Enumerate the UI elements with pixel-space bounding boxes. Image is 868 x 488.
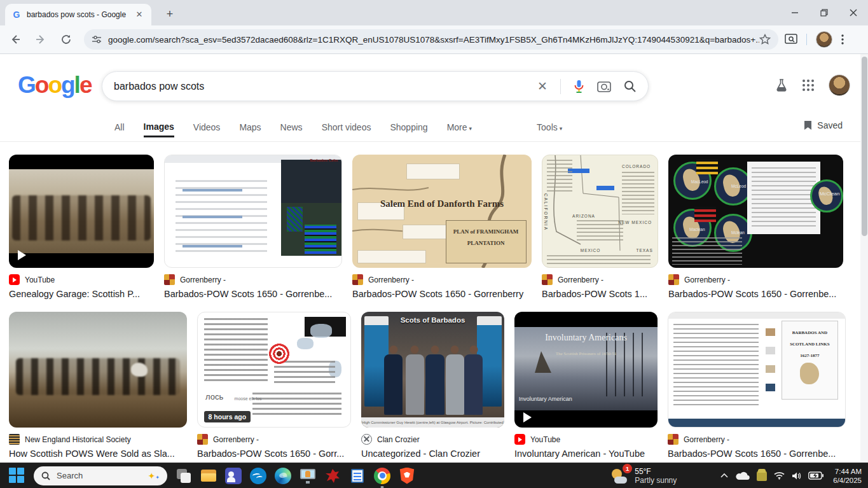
search-query[interactable]: barbados pow scots (114, 81, 537, 92)
result-source[interactable]: Gorrenberry - (197, 434, 351, 445)
windows-start-icon[interactable] (9, 468, 25, 484)
result-title[interactable]: Barbados-POW Scots 1650 - Gorrenberry (352, 289, 532, 299)
battery-icon[interactable] (808, 471, 823, 480)
scrollbar-thumb[interactable] (862, 57, 867, 236)
tab-shopping[interactable]: Shopping (390, 122, 427, 136)
forward-button[interactable] (31, 29, 51, 50)
google-lens-icon[interactable] (597, 80, 611, 93)
result-source[interactable]: Gorrenberry - (542, 274, 658, 285)
tab-tools[interactable]: Tools▾ (537, 122, 562, 136)
red-app-icon[interactable] (324, 468, 341, 484)
file-explorer-icon[interactable] (200, 468, 217, 484)
browser-tab[interactable]: G barbados pow scots - Google S ✕ (5, 4, 151, 25)
gorrenberry-favicon (668, 434, 679, 445)
side-panel-search-icon[interactable] (785, 34, 797, 45)
result-title[interactable]: Barbados-POW Scots 1650 - Gorrenbe... (164, 289, 342, 299)
window-minimize-button[interactable] (780, 0, 809, 25)
result-source[interactable]: New England Historical Society (9, 434, 187, 445)
youtube-favicon (9, 274, 20, 285)
tray-chevron-up-icon[interactable] (720, 473, 729, 478)
voice-search-icon[interactable] (574, 80, 584, 94)
search-submit-icon[interactable] (624, 80, 637, 93)
result-title[interactable]: Genealogy Garage: Scottish P... (9, 289, 154, 299)
result-source[interactable]: Gorrenberry - (668, 434, 846, 445)
new-tab-button[interactable]: + (162, 6, 178, 23)
window-restore-button[interactable] (809, 0, 839, 25)
video-play-icon (18, 250, 26, 260)
clear-search-icon[interactable]: ✕ (537, 79, 548, 94)
clock-date: 6/4/2025 (833, 476, 862, 485)
tab-maps[interactable]: Maps (239, 122, 261, 136)
search-box[interactable]: barbados pow scots ✕ (102, 71, 649, 101)
gorrenberry-favicon (668, 274, 679, 285)
tab-videos[interactable]: Videos (193, 122, 221, 136)
notepad-icon[interactable] (349, 468, 366, 484)
microsoft-edge-icon[interactable] (275, 468, 291, 484)
image-result-thumbnail-involuntary-americans-video[interactable]: Involuntary Americans The Scottish Priso… (514, 312, 658, 428)
remote-support-icon[interactable] (300, 468, 316, 484)
url-text[interactable]: google.com/search?sca_esv=5ed3572dacaed6… (108, 35, 759, 45)
image-result-thumbnail-browser-screenshot[interactable]: Barbados Celts (164, 155, 342, 268)
tab-images[interactable]: Images (144, 122, 174, 137)
window-close-button[interactable] (839, 0, 868, 25)
account-avatar[interactable] (829, 74, 850, 96)
result-title[interactable]: Barbados-POW Scots 1... (542, 289, 658, 299)
onedrive-cloud-icon[interactable] (736, 471, 750, 480)
google-chrome-icon[interactable] (374, 468, 390, 484)
result-source[interactable]: Clan Crozier (361, 434, 504, 445)
image-result-thumbnail-scotland-links-screenshot[interactable]: BARBADOS AND SCOTLAND LINKS 1627-1877 (668, 312, 846, 428)
task-view-icon[interactable] (176, 468, 192, 484)
result-source[interactable]: YouTube (514, 434, 658, 445)
volume-icon[interactable] (792, 471, 801, 480)
browser-profile-avatar[interactable] (816, 31, 832, 48)
google-apps-grid-icon[interactable] (802, 79, 815, 92)
video-play-icon (523, 412, 532, 422)
tab-short-videos[interactable]: Short videos (322, 122, 371, 136)
image-result-thumbnail-framingham-map[interactable]: Salem End of Danforth Farms PLAN of FRAM… (352, 155, 532, 268)
tab-more[interactable]: More▾ (447, 122, 472, 136)
brave-browser-icon[interactable] (399, 468, 415, 484)
tab-close-icon[interactable]: ✕ (134, 9, 145, 20)
taskbar-search-placeholder: Search (57, 471, 142, 480)
image-result-thumbnail-document-map[interactable]: лось moose elk los 8 hours ago (197, 312, 351, 428)
taskbar-search-box[interactable]: Search ✦✦ (34, 466, 167, 485)
search-labs-icon[interactable] (775, 78, 788, 92)
result-title[interactable]: Barbados-POW Scots 1650 - Gorr... (197, 449, 351, 459)
browser-toolbar: google.com/search?sca_esv=5ed3572dacaed6… (0, 25, 868, 54)
result-source[interactable]: Gorrenberry - (164, 274, 342, 285)
wifi-icon[interactable] (774, 471, 785, 480)
page-scrollbar[interactable] (860, 54, 868, 463)
image-result-thumbnail-southwest-map[interactable]: COLORADO ARIZONA NEW MEXICO MEXICO TEXAS… (542, 155, 658, 268)
result-title[interactable]: Involuntary American - YouTube (514, 449, 658, 459)
result-source[interactable]: Gorrenberry - (668, 274, 843, 285)
reload-button[interactable] (56, 29, 76, 50)
video-title-overlay: Involuntary Americans (545, 333, 627, 343)
weather-widget[interactable]: 1 55°F Partly sunny (610, 467, 677, 485)
browser-menu-icon[interactable] (841, 34, 844, 45)
back-button[interactable] (5, 29, 25, 50)
result-title[interactable]: Uncategorized - Clan Crozier (361, 449, 504, 459)
chevron-down-icon: ▾ (560, 125, 563, 132)
result-source[interactable]: YouTube (9, 274, 154, 285)
map-label: COLORADO (622, 164, 651, 169)
notification-badge: 1 (623, 464, 632, 473)
saved-button[interactable]: Saved (804, 120, 843, 130)
image-result-thumbnail-cavalry-painting[interactable] (9, 312, 187, 428)
url-bar[interactable]: google.com/search?sca_esv=5ed3572dacaed6… (84, 29, 778, 50)
result-source[interactable]: Gorrenberry - (352, 274, 532, 285)
image-result-thumbnail-clan-maps[interactable]: MacLeod McLeod Maclean Mclean McClean (668, 155, 843, 268)
tray-app-icon[interactable] (757, 471, 767, 481)
google-logo[interactable]: Google (18, 72, 91, 99)
result-title[interactable]: Barbados-POW Scots 1650 - Gorrenbe... (668, 289, 843, 299)
site-settings-icon[interactable] (92, 34, 102, 45)
result-title[interactable]: How Scottish POWS Were Sold as Sla... (9, 449, 187, 459)
openoffice-icon[interactable] (250, 468, 266, 484)
image-result-thumbnail-youtube-painting[interactable] (9, 155, 154, 268)
tab-news[interactable]: News (280, 122, 303, 136)
bookmark-star-icon[interactable] (759, 34, 771, 45)
image-result-thumbnail-scots-of-barbados-photo[interactable]: Scots of Barbados High Commissioner Guy … (361, 312, 504, 428)
microsoft-teams-icon[interactable] (225, 468, 242, 484)
tab-all[interactable]: All (114, 122, 125, 136)
result-title[interactable]: Barbados-POW Scots 1650 - Gorrenbe... (668, 449, 846, 459)
taskbar-clock[interactable]: 7:44 AM 6/4/2025 (833, 467, 862, 485)
